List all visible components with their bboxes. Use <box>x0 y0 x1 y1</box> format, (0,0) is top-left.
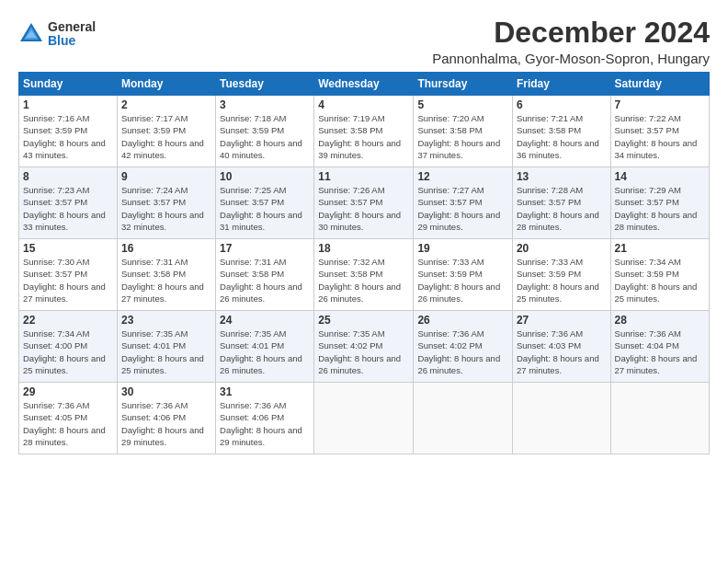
day-number: 17 <box>220 242 310 255</box>
day-number: 9 <box>121 170 211 183</box>
day-info: Sunrise: 7:34 AMSunset: 4:00 PMDaylight:… <box>23 328 106 375</box>
cell-week2-day4: 12 Sunrise: 7:27 AMSunset: 3:57 PMDaylig… <box>414 167 513 239</box>
cell-week1-day2: 3 Sunrise: 7:18 AMSunset: 3:59 PMDayligh… <box>216 96 314 167</box>
cell-week4-day1: 23 Sunrise: 7:35 AMSunset: 4:01 PMDaylig… <box>117 311 215 383</box>
day-number: 28 <box>615 314 705 327</box>
day-info: Sunrise: 7:35 AMSunset: 4:01 PMDaylight:… <box>121 328 204 375</box>
cell-week5-day2: 31 Sunrise: 7:36 AMSunset: 4:06 PMDaylig… <box>216 383 314 454</box>
day-number: 7 <box>615 98 705 111</box>
cell-week4-day3: 25 Sunrise: 7:35 AMSunset: 4:02 PMDaylig… <box>314 311 414 383</box>
cell-week4-day5: 27 Sunrise: 7:36 AMSunset: 4:03 PMDaylig… <box>512 311 610 383</box>
day-info: Sunrise: 7:36 AMSunset: 4:05 PMDaylight:… <box>23 400 106 447</box>
day-number: 12 <box>417 170 508 183</box>
cell-week2-day1: 9 Sunrise: 7:24 AMSunset: 3:57 PMDayligh… <box>117 167 215 239</box>
day-info: Sunrise: 7:35 AMSunset: 4:01 PMDaylight:… <box>220 328 302 375</box>
cell-week1-day0: 1 Sunrise: 7:16 AMSunset: 3:59 PMDayligh… <box>19 96 118 167</box>
cell-week1-day5: 6 Sunrise: 7:21 AMSunset: 3:58 PMDayligh… <box>512 96 610 167</box>
day-info: Sunrise: 7:16 AMSunset: 3:59 PMDaylight:… <box>23 113 106 160</box>
cell-week1-day4: 5 Sunrise: 7:20 AMSunset: 3:58 PMDayligh… <box>414 96 513 167</box>
day-number: 26 <box>417 314 508 327</box>
col-monday: Monday <box>117 73 215 96</box>
day-info: Sunrise: 7:20 AMSunset: 3:58 PMDaylight:… <box>417 113 500 160</box>
day-number: 8 <box>23 170 113 183</box>
day-number: 13 <box>517 170 607 183</box>
cell-week5-day6 <box>610 383 709 454</box>
day-number: 31 <box>220 385 310 398</box>
main-title: December 2024 <box>432 17 710 49</box>
cell-week3-day1: 16 Sunrise: 7:31 AMSunset: 3:58 PMDaylig… <box>117 239 215 311</box>
day-number: 10 <box>220 170 310 183</box>
header: General Blue December 2024 Pannonhalma, … <box>18 17 710 66</box>
day-info: Sunrise: 7:24 AMSunset: 3:57 PMDaylight:… <box>121 185 204 232</box>
cell-week4-day4: 26 Sunrise: 7:36 AMSunset: 4:02 PMDaylig… <box>414 311 513 383</box>
day-info: Sunrise: 7:23 AMSunset: 3:57 PMDaylight:… <box>23 185 106 232</box>
week-row-2: 8 Sunrise: 7:23 AMSunset: 3:57 PMDayligh… <box>19 167 710 239</box>
day-number: 15 <box>23 242 113 255</box>
day-number: 14 <box>615 170 705 183</box>
day-number: 30 <box>121 385 211 398</box>
logo-icon <box>18 21 44 47</box>
cell-week2-day5: 13 Sunrise: 7:28 AMSunset: 3:57 PMDaylig… <box>512 167 610 239</box>
calendar-table: Sunday Monday Tuesday Wednesday Thursday… <box>18 72 710 454</box>
cell-week4-day2: 24 Sunrise: 7:35 AMSunset: 4:01 PMDaylig… <box>216 311 314 383</box>
day-info: Sunrise: 7:33 AMSunset: 3:59 PMDaylight:… <box>517 257 599 304</box>
day-number: 24 <box>220 314 310 327</box>
subtitle: Pannonhalma, Gyor-Moson-Sopron, Hungary <box>432 51 710 66</box>
col-friday: Friday <box>512 73 610 96</box>
day-info: Sunrise: 7:33 AMSunset: 3:59 PMDaylight:… <box>417 257 500 304</box>
header-row: Sunday Monday Tuesday Wednesday Thursday… <box>19 73 710 96</box>
day-info: Sunrise: 7:36 AMSunset: 4:06 PMDaylight:… <box>220 400 302 447</box>
cell-week1-day3: 4 Sunrise: 7:19 AMSunset: 3:58 PMDayligh… <box>314 96 414 167</box>
day-number: 27 <box>517 314 607 327</box>
cell-week5-day4 <box>414 383 513 454</box>
col-sunday: Sunday <box>19 73 118 96</box>
day-info: Sunrise: 7:17 AMSunset: 3:59 PMDaylight:… <box>121 113 204 160</box>
cell-week1-day1: 2 Sunrise: 7:17 AMSunset: 3:59 PMDayligh… <box>117 96 215 167</box>
day-info: Sunrise: 7:36 AMSunset: 4:03 PMDaylight:… <box>517 328 599 375</box>
day-info: Sunrise: 7:28 AMSunset: 3:57 PMDaylight:… <box>517 185 599 232</box>
day-number: 16 <box>121 242 211 255</box>
day-info: Sunrise: 7:32 AMSunset: 3:58 PMDaylight:… <box>318 257 401 304</box>
day-number: 20 <box>517 242 607 255</box>
cell-week5-day1: 30 Sunrise: 7:36 AMSunset: 4:06 PMDaylig… <box>117 383 215 454</box>
calendar-page: General Blue December 2024 Pannonhalma, … <box>0 0 728 563</box>
cell-week2-day0: 8 Sunrise: 7:23 AMSunset: 3:57 PMDayligh… <box>19 167 118 239</box>
week-row-1: 1 Sunrise: 7:16 AMSunset: 3:59 PMDayligh… <box>19 96 710 167</box>
col-wednesday: Wednesday <box>314 73 414 96</box>
day-number: 22 <box>23 314 113 327</box>
week-row-5: 29 Sunrise: 7:36 AMSunset: 4:05 PMDaylig… <box>19 383 710 454</box>
day-info: Sunrise: 7:34 AMSunset: 3:59 PMDaylight:… <box>615 257 698 304</box>
cell-week3-day4: 19 Sunrise: 7:33 AMSunset: 3:59 PMDaylig… <box>414 239 513 311</box>
day-info: Sunrise: 7:35 AMSunset: 4:02 PMDaylight:… <box>318 328 401 375</box>
day-number: 6 <box>517 98 607 111</box>
day-info: Sunrise: 7:25 AMSunset: 3:57 PMDaylight:… <box>220 185 302 232</box>
day-info: Sunrise: 7:27 AMSunset: 3:57 PMDaylight:… <box>417 185 500 232</box>
col-thursday: Thursday <box>414 73 513 96</box>
col-saturday: Saturday <box>610 73 709 96</box>
cell-week4-day6: 28 Sunrise: 7:36 AMSunset: 4:04 PMDaylig… <box>610 311 709 383</box>
day-number: 18 <box>318 242 409 255</box>
day-number: 5 <box>417 98 508 111</box>
cell-week3-day0: 15 Sunrise: 7:30 AMSunset: 3:57 PMDaylig… <box>19 239 118 311</box>
cell-week4-day0: 22 Sunrise: 7:34 AMSunset: 4:00 PMDaylig… <box>19 311 118 383</box>
day-number: 29 <box>23 385 113 398</box>
day-number: 2 <box>121 98 211 111</box>
cell-week2-day3: 11 Sunrise: 7:26 AMSunset: 3:57 PMDaylig… <box>314 167 414 239</box>
cell-week2-day6: 14 Sunrise: 7:29 AMSunset: 3:57 PMDaylig… <box>610 167 709 239</box>
day-info: Sunrise: 7:36 AMSunset: 4:02 PMDaylight:… <box>417 328 500 375</box>
title-block: December 2024 Pannonhalma, Gyor-Moson-So… <box>432 17 710 66</box>
cell-week3-day2: 17 Sunrise: 7:31 AMSunset: 3:58 PMDaylig… <box>216 239 314 311</box>
day-number: 19 <box>417 242 508 255</box>
day-info: Sunrise: 7:29 AMSunset: 3:57 PMDaylight:… <box>615 185 698 232</box>
day-number: 11 <box>318 170 409 183</box>
cell-week1-day6: 7 Sunrise: 7:22 AMSunset: 3:57 PMDayligh… <box>610 96 709 167</box>
logo-blue-text: Blue <box>48 34 96 48</box>
day-info: Sunrise: 7:36 AMSunset: 4:06 PMDaylight:… <box>121 400 204 447</box>
day-number: 23 <box>121 314 211 327</box>
cell-week5-day0: 29 Sunrise: 7:36 AMSunset: 4:05 PMDaylig… <box>19 383 118 454</box>
day-info: Sunrise: 7:30 AMSunset: 3:57 PMDaylight:… <box>23 257 106 304</box>
week-row-4: 22 Sunrise: 7:34 AMSunset: 4:00 PMDaylig… <box>19 311 710 383</box>
logo: General Blue <box>18 20 96 49</box>
cell-week5-day5 <box>512 383 610 454</box>
day-info: Sunrise: 7:18 AMSunset: 3:59 PMDaylight:… <box>220 113 302 160</box>
